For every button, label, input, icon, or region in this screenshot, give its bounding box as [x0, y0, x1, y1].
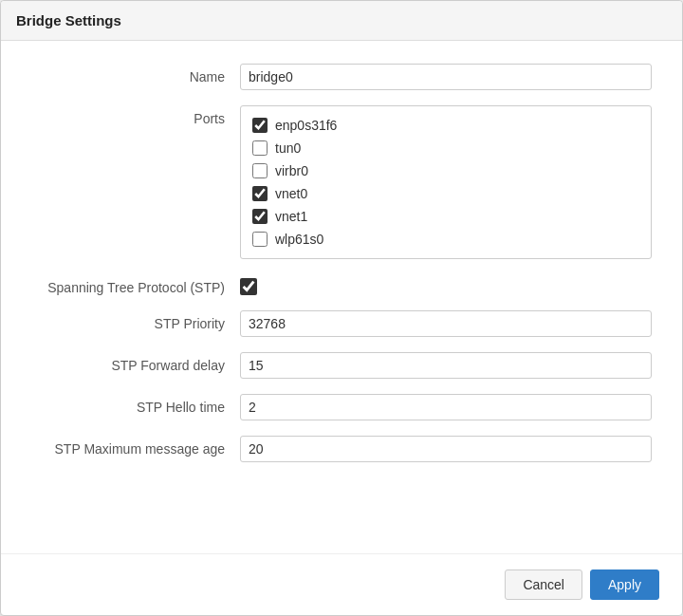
port-label-vnet0: vnet0 [275, 186, 307, 201]
dialog-footer: Cancel Apply [1, 553, 682, 615]
stp-hello-time-input[interactable] [240, 394, 652, 420]
stp-hello-time-label: STP Hello time [31, 394, 240, 415]
stp-priority-label: STP Priority [31, 310, 240, 331]
port-label-vnet1: vnet1 [275, 209, 307, 224]
stp-checkbox[interactable] [240, 278, 257, 295]
list-item: virbr0 [252, 159, 639, 182]
dialog-header: Bridge Settings [1, 1, 682, 41]
name-label: Name [31, 64, 240, 84]
name-row: Name [31, 64, 652, 90]
port-checkbox-enp0s31f6[interactable] [252, 118, 268, 133]
port-checkbox-wlp61s0[interactable] [252, 232, 268, 247]
stp-control [240, 274, 652, 295]
ports-control: enp0s31f6 tun0 virbr0 vnet0 [240, 105, 652, 259]
stp-priority-input[interactable] [240, 310, 652, 337]
stp-priority-row: STP Priority [31, 310, 652, 337]
cancel-button[interactable]: Cancel [505, 569, 582, 600]
stp-forward-delay-control [240, 352, 652, 379]
ports-label: Ports [31, 105, 240, 126]
stp-max-age-row: STP Maximum message age [31, 436, 652, 462]
port-checkbox-tun0[interactable] [252, 140, 268, 156]
stp-max-age-input[interactable] [240, 436, 652, 462]
list-item: enp0s31f6 [252, 114, 639, 137]
name-control [240, 64, 652, 90]
list-item: vnet1 [252, 205, 639, 228]
dialog-title: Bridge Settings [16, 12, 667, 28]
stp-hello-time-control [240, 394, 652, 420]
name-input[interactable] [240, 64, 652, 90]
port-label-tun0: tun0 [275, 140, 301, 156]
port-checkbox-vnet0[interactable] [252, 186, 268, 201]
port-label-enp0s31f6: enp0s31f6 [275, 118, 337, 133]
stp-hello-time-row: STP Hello time [31, 394, 652, 420]
ports-row: Ports enp0s31f6 tun0 virbr0 [31, 105, 652, 259]
stp-label: Spanning Tree Protocol (STP) [31, 274, 240, 295]
port-checkbox-virbr0[interactable] [252, 163, 268, 178]
stp-forward-delay-label: STP Forward delay [31, 352, 240, 373]
dialog-body: Name Ports enp0s31f6 tun0 [1, 41, 682, 553]
port-label-wlp61s0: wlp61s0 [275, 232, 323, 247]
port-label-virbr0: virbr0 [275, 163, 308, 178]
ports-box: enp0s31f6 tun0 virbr0 vnet0 [240, 105, 652, 259]
list-item: wlp61s0 [252, 228, 639, 251]
bridge-settings-dialog: Bridge Settings Name Ports enp0s31f6 [0, 0, 683, 616]
port-checkbox-vnet1[interactable] [252, 209, 268, 224]
stp-priority-control [240, 310, 652, 337]
stp-max-age-control [240, 436, 652, 462]
stp-max-age-label: STP Maximum message age [31, 436, 240, 457]
stp-forward-delay-row: STP Forward delay [31, 352, 652, 379]
apply-button[interactable]: Apply [590, 569, 659, 600]
stp-forward-delay-input[interactable] [240, 352, 652, 379]
list-item: vnet0 [252, 182, 639, 205]
stp-row: Spanning Tree Protocol (STP) [31, 274, 652, 295]
list-item: tun0 [252, 137, 639, 159]
